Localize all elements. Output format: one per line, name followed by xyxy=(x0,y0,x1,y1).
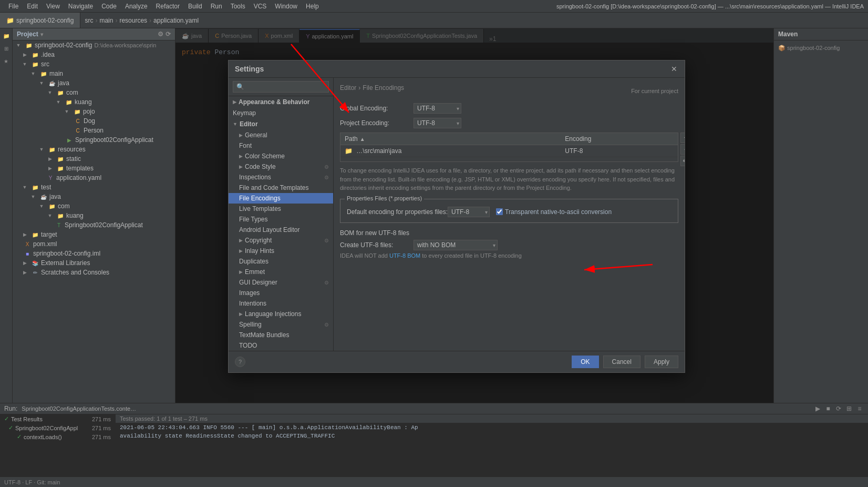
settings-item-colorscheme[interactable]: ▶ Color Scheme xyxy=(229,151,333,161)
tree-test[interactable]: 📁 test xyxy=(13,182,175,192)
cancel-button[interactable]: Cancel xyxy=(603,356,640,368)
tree-ext-libs[interactable]: 📚 External Libraries xyxy=(13,258,175,268)
test-method-row[interactable]: ✓ contextLoads() 271 ms xyxy=(0,432,115,441)
settings-item-livetemplates[interactable]: Live Templates xyxy=(229,204,333,214)
tree-action-icon1[interactable]: ⚙ xyxy=(158,31,163,38)
settings-item-spelling[interactable]: Spelling ⚙ xyxy=(229,319,333,330)
run-filter-btn[interactable]: ⊞ xyxy=(845,404,853,413)
settings-item-todo[interactable]: TODO xyxy=(229,340,333,351)
settings-item-androidlayout[interactable]: Android Layout Editor xyxy=(229,225,333,235)
tree-resources[interactable]: 📁 resources xyxy=(13,145,175,154)
settings-item-codestyle[interactable]: ▶ Code Style ⚙ xyxy=(229,161,333,172)
menu-refactor[interactable]: Refactor xyxy=(152,0,184,12)
run-play-btn[interactable]: ▶ xyxy=(813,404,822,413)
menu-window[interactable]: Window xyxy=(271,0,302,12)
menu-navigate[interactable]: Navigate xyxy=(64,0,97,12)
tree-action-icon2[interactable]: ⟳ xyxy=(166,31,171,38)
menu-build[interactable]: Build xyxy=(184,0,206,12)
table-row[interactable]: 📁 …\src\main\java UTF-8 xyxy=(340,145,678,157)
tree-test-com[interactable]: 📁 com xyxy=(13,201,175,211)
project-tab[interactable]: 📁 springboot-02-config xyxy=(0,13,80,28)
settings-search-input[interactable] xyxy=(233,81,329,93)
tree-main[interactable]: 📁 main xyxy=(13,69,175,78)
menu-vcs[interactable]: VCS xyxy=(250,0,271,12)
settings-item-guidesigner[interactable]: GUI Designer ⚙ xyxy=(229,277,333,288)
tree-test-class[interactable]: T Springboot02ConfigApplicat xyxy=(13,220,175,230)
run-label: Run: xyxy=(4,405,17,412)
settings-item-fileencodings[interactable]: File Encodings xyxy=(229,193,333,204)
breadcrumb-src[interactable]: src xyxy=(85,17,93,24)
bom-link[interactable]: UTF-8 BOM xyxy=(389,252,420,259)
tree-templates[interactable]: 📁 templates xyxy=(13,164,175,173)
menu-file[interactable]: File xyxy=(4,0,23,12)
settings-item-inspections[interactable]: Inspections ⚙ xyxy=(229,172,333,182)
settings-item-general[interactable]: ▶ General xyxy=(229,130,333,140)
project-encoding-select[interactable]: UTF-8 UTF-16 ISO-8859-1 xyxy=(414,118,461,128)
test-results-row[interactable]: ✓ Test Results 271 ms xyxy=(0,414,115,423)
tree-springboot-main-class[interactable]: ▶ Springboot02ConfigApplicat xyxy=(13,135,175,145)
settings-group-editor[interactable]: ▼ Editor xyxy=(229,118,333,130)
main-label: main xyxy=(49,70,63,77)
menu-view[interactable]: View xyxy=(42,0,64,12)
run-sort-btn[interactable]: ≡ xyxy=(855,404,864,413)
tree-person[interactable]: C Person xyxy=(13,126,175,135)
settings-group-appearance[interactable]: ▶ Appearance & Behavior xyxy=(229,96,333,108)
breadcrumb-main[interactable]: main xyxy=(99,17,113,24)
side-favorites-icon[interactable]: ★ xyxy=(1,56,12,66)
edit-encoding-button[interactable]: ✏ xyxy=(680,156,685,166)
tree-scratches[interactable]: ✏ Scratches and Consoles xyxy=(13,268,175,277)
tree-src[interactable]: 📁 src xyxy=(13,59,175,69)
settings-item-images[interactable]: Images xyxy=(229,288,333,298)
settings-item-filetemplates[interactable]: File and Code Templates xyxy=(229,182,333,193)
settings-item-copyright[interactable]: ▶ Copyright ⚙ xyxy=(229,235,333,246)
tree-app-yaml[interactable]: Y application.yaml xyxy=(13,173,175,182)
tree-dog[interactable]: C Dog xyxy=(13,116,175,126)
menu-edit[interactable]: Edit xyxy=(23,0,42,12)
test-main-row[interactable]: ✓ Springboot02ConfigAppl 271 ms xyxy=(0,423,115,432)
help-button[interactable]: ? xyxy=(235,357,245,367)
tree-java-main[interactable]: ☕ java xyxy=(13,78,175,88)
tree-com[interactable]: 📁 com xyxy=(13,88,175,97)
settings-item-duplicates[interactable]: Duplicates xyxy=(229,256,333,267)
settings-item-emmet[interactable]: ▶ Emmet xyxy=(229,267,333,277)
add-encoding-button[interactable]: + xyxy=(680,133,685,143)
breadcrumb-resources[interactable]: resources xyxy=(119,17,147,24)
tree-test-kuang[interactable]: 📁 kuang xyxy=(13,211,175,220)
side-structure-icon[interactable]: ⊞ xyxy=(1,43,12,54)
settings-item-keymap[interactable]: Keymap xyxy=(229,108,333,118)
maven-project-item[interactable]: 📦 springboot-02-config xyxy=(778,45,864,52)
settings-item-filetypes[interactable]: File Types xyxy=(229,214,333,225)
run-stop-btn[interactable]: ■ xyxy=(824,404,832,413)
tree-dropdown-icon[interactable]: ▾ xyxy=(40,32,43,37)
settings-item-font[interactable]: Font xyxy=(229,140,333,151)
menu-code[interactable]: Code xyxy=(97,0,121,12)
settings-item-textmate[interactable]: TextMate Bundles xyxy=(229,330,333,340)
breadcrumb-file[interactable]: application.yaml xyxy=(153,17,199,24)
menu-help[interactable]: Help xyxy=(302,0,323,12)
settings-item-intentions[interactable]: Intentions xyxy=(229,298,333,309)
tree-kuang[interactable]: 📁 kuang xyxy=(13,97,175,107)
ok-button[interactable]: OK xyxy=(572,356,598,368)
run-rerun-btn[interactable]: ⟳ xyxy=(834,404,843,413)
tree-idea[interactable]: 📁 .idea xyxy=(13,50,175,59)
tree-root[interactable]: 📁 springboot-02-config D:\idea-workspace… xyxy=(13,40,175,50)
remove-encoding-button[interactable]: − xyxy=(680,144,685,155)
menu-run[interactable]: Run xyxy=(206,0,226,12)
apply-button[interactable]: Apply xyxy=(645,356,678,368)
tree-pojo[interactable]: 📁 pojo xyxy=(13,107,175,116)
tree-pom[interactable]: X pom.xml xyxy=(13,239,175,249)
settings-item-inlayhints[interactable]: ▶ Inlay Hints xyxy=(229,246,333,256)
tree-iml[interactable]: ■ springboot-02-config.iml xyxy=(13,249,175,258)
tree-target[interactable]: 📁 target xyxy=(13,230,175,239)
properties-encoding-select[interactable]: UTF-8 UTF-16 xyxy=(448,207,490,217)
bom-create-select[interactable]: with NO BOM with BOM xyxy=(414,240,498,250)
tree-static[interactable]: 📁 static xyxy=(13,154,175,164)
dialog-close-button[interactable]: ✕ xyxy=(670,65,678,73)
tree-test-java[interactable]: ☕ java xyxy=(13,192,175,201)
settings-item-languageinjections[interactable]: ▶ Language Injections xyxy=(229,309,333,319)
menu-analyze[interactable]: Analyze xyxy=(121,0,152,12)
global-encoding-select[interactable]: UTF-8 UTF-16 ISO-8859-1 xyxy=(414,103,461,114)
transparent-checkbox[interactable] xyxy=(496,208,503,215)
side-project-icon[interactable]: 📁 xyxy=(1,31,12,41)
menu-tools[interactable]: Tools xyxy=(226,0,250,12)
